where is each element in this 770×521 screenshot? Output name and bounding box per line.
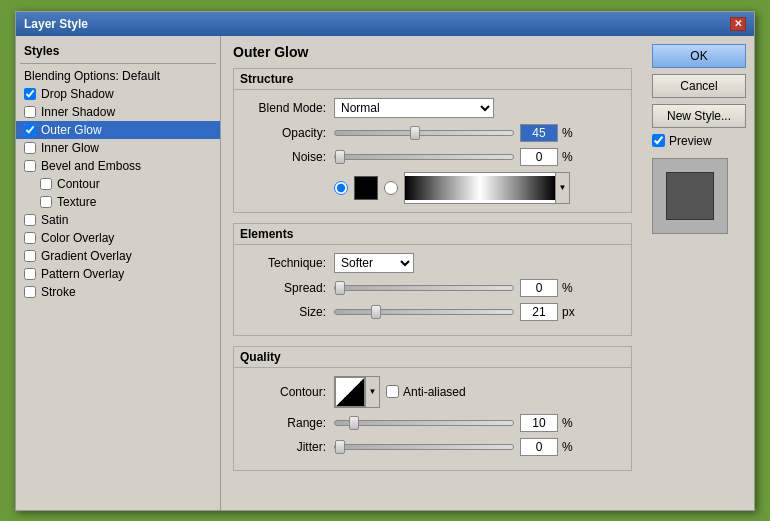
sidebar-item-bevel-emboss[interactable]: Bevel and Emboss (16, 157, 220, 175)
spread-row: Spread: % (244, 279, 621, 297)
stroke-label: Stroke (41, 285, 76, 299)
size-unit: px (562, 305, 578, 319)
sidebar-item-gradient-overlay[interactable]: Gradient Overlay (16, 247, 220, 265)
bevel-emboss-checkbox[interactable] (24, 160, 36, 172)
jitter-input[interactable] (520, 438, 558, 456)
elements-content: Technique: Softer Precise Spread: (234, 245, 631, 335)
sidebar-item-texture[interactable]: Texture (16, 193, 220, 211)
gradient-overlay-label: Gradient Overlay (41, 249, 132, 263)
preview-label-row: Preview (652, 134, 746, 148)
pattern-overlay-checkbox[interactable] (24, 268, 36, 280)
spread-input[interactable] (520, 279, 558, 297)
gradient-overlay-checkbox[interactable] (24, 250, 36, 262)
sidebar-item-blending-options[interactable]: Blending Options: Default (16, 67, 220, 85)
main-content: Outer Glow Structure Blend Mode: Normal … (221, 36, 644, 510)
gradient-dropdown-arrow[interactable]: ▼ (555, 173, 569, 203)
ok-button[interactable]: OK (652, 44, 746, 68)
drop-shadow-checkbox[interactable] (24, 88, 36, 100)
size-row: Size: px (244, 303, 621, 321)
opacity-slider[interactable] (334, 130, 514, 136)
sidebar-divider (20, 63, 216, 64)
range-row: Range: % (244, 414, 621, 432)
color-radio-solid[interactable] (334, 181, 348, 195)
noise-label: Noise: (244, 150, 334, 164)
quality-content: Contour: ▼ Anti- (234, 368, 631, 470)
texture-checkbox[interactable] (40, 196, 52, 208)
color-overlay-label: Color Overlay (41, 231, 114, 245)
elements-title: Elements (234, 224, 631, 245)
color-overlay-checkbox[interactable] (24, 232, 36, 244)
technique-label: Technique: (244, 256, 334, 270)
close-button[interactable]: ✕ (730, 17, 746, 31)
sidebar-item-outer-glow[interactable]: Outer Glow (16, 121, 220, 139)
size-slider[interactable] (334, 309, 514, 315)
anti-aliased-row: Anti-aliased (386, 385, 466, 399)
color-swatch-black[interactable] (354, 176, 378, 200)
contour-picker[interactable]: ▼ (334, 376, 380, 408)
sidebar-item-contour[interactable]: Contour (16, 175, 220, 193)
inner-glow-label: Inner Glow (41, 141, 99, 155)
opacity-label: Opacity: (244, 126, 334, 140)
opacity-row: Opacity: % (244, 124, 621, 142)
blend-mode-row: Blend Mode: Normal Dissolve Multiply Scr… (244, 98, 621, 118)
sidebar-item-color-overlay[interactable]: Color Overlay (16, 229, 220, 247)
sidebar-item-pattern-overlay[interactable]: Pattern Overlay (16, 265, 220, 283)
sidebar-item-inner-glow[interactable]: Inner Glow (16, 139, 220, 157)
noise-slider[interactable] (334, 154, 514, 160)
jitter-label: Jitter: (244, 440, 334, 454)
preview-checkbox[interactable] (652, 134, 665, 147)
elements-section: Elements Technique: Softer Precise Sprea… (233, 223, 632, 336)
structure-section: Structure Blend Mode: Normal Dissolve Mu… (233, 68, 632, 213)
sidebar: Styles Blending Options: Default Drop Sh… (16, 36, 221, 510)
contour-label: Contour (57, 177, 100, 191)
jitter-unit: % (562, 440, 578, 454)
contour-dropdown-arrow[interactable]: ▼ (365, 377, 379, 407)
inner-shadow-checkbox[interactable] (24, 106, 36, 118)
range-slider[interactable] (334, 420, 514, 426)
opacity-input[interactable] (520, 124, 558, 142)
dialog-title: Layer Style (24, 17, 88, 31)
contour-row: Contour: ▼ Anti- (244, 376, 621, 408)
color-radio-gradient[interactable] (384, 181, 398, 195)
pattern-overlay-label: Pattern Overlay (41, 267, 124, 281)
drop-shadow-label: Drop Shadow (41, 87, 114, 101)
noise-row: Noise: % (244, 148, 621, 166)
sidebar-item-drop-shadow[interactable]: Drop Shadow (16, 85, 220, 103)
layer-style-dialog: Layer Style ✕ Styles Blending Options: D… (15, 11, 755, 511)
outer-glow-checkbox[interactable] (24, 124, 36, 136)
technique-select[interactable]: Softer Precise (334, 253, 414, 273)
spread-unit: % (562, 281, 578, 295)
anti-aliased-checkbox[interactable] (386, 385, 399, 398)
outer-glow-label: Outer Glow (41, 123, 102, 137)
sidebar-item-stroke[interactable]: Stroke (16, 283, 220, 301)
size-input[interactable] (520, 303, 558, 321)
contour-thumbnail[interactable] (335, 377, 365, 407)
title-bar: Layer Style ✕ (16, 12, 754, 36)
blend-mode-select[interactable]: Normal Dissolve Multiply Screen Overlay (334, 98, 494, 118)
jitter-slider[interactable] (334, 444, 514, 450)
structure-content: Blend Mode: Normal Dissolve Multiply Scr… (234, 90, 631, 212)
preview-box (652, 158, 728, 234)
inner-glow-checkbox[interactable] (24, 142, 36, 154)
sidebar-item-inner-shadow[interactable]: Inner Shadow (16, 103, 220, 121)
sidebar-item-satin[interactable]: Satin (16, 211, 220, 229)
stroke-checkbox[interactable] (24, 286, 36, 298)
new-style-button[interactable]: New Style... (652, 104, 746, 128)
satin-checkbox[interactable] (24, 214, 36, 226)
preview-label-text: Preview (669, 134, 712, 148)
blending-options-label: Blending Options: Default (24, 69, 160, 83)
gradient-swatch[interactable]: ▼ (404, 172, 570, 204)
texture-label: Texture (57, 195, 96, 209)
cancel-button[interactable]: Cancel (652, 74, 746, 98)
preview-square (666, 172, 714, 220)
color-row: ▼ (334, 172, 621, 204)
opacity-unit: % (562, 126, 578, 140)
structure-title: Structure (234, 69, 631, 90)
noise-input[interactable] (520, 148, 558, 166)
spread-slider[interactable] (334, 285, 514, 291)
technique-row: Technique: Softer Precise (244, 253, 621, 273)
contour-checkbox[interactable] (40, 178, 52, 190)
range-unit: % (562, 416, 578, 430)
jitter-row: Jitter: % (244, 438, 621, 456)
range-input[interactable] (520, 414, 558, 432)
